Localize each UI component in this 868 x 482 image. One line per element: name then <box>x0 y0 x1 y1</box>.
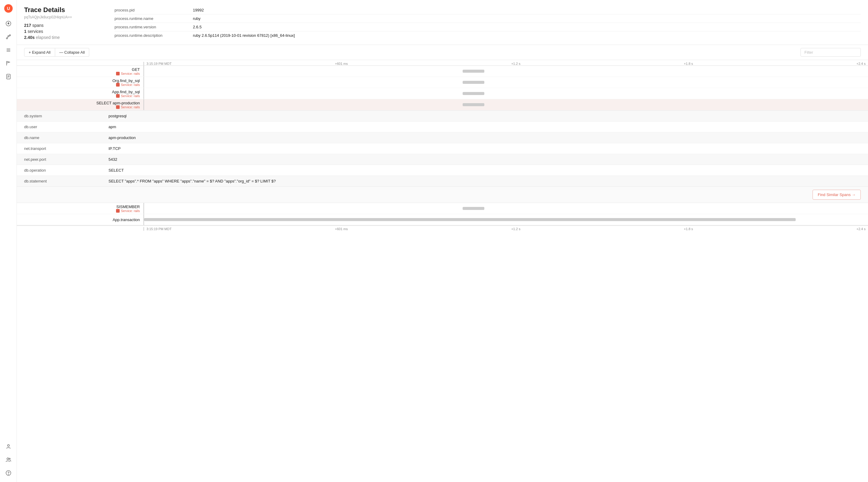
span-label-select: SELECT apm-production Service: rails <box>17 101 144 109</box>
elapsed-value: 2.40s <box>24 35 35 40</box>
span-name-app-find: App.find_by_sql <box>17 90 140 94</box>
trace-stats: 217 spans 1 services 2.40s elapsed time <box>24 23 102 40</box>
span-row-get[interactable]: GET Service: rails <box>17 66 868 77</box>
span-bar-app-transaction <box>144 218 796 221</box>
time-mark-0: 3:15:19 PM MDT <box>147 62 172 65</box>
attr-row-pid: process.pid 19992 <box>115 6 861 15</box>
bottom-time-mark-4: +2.4 s <box>857 227 866 231</box>
span-row-sismember[interactable]: SISMEMBER Service: rails <box>17 203 868 214</box>
main-content: Trace Details pqTsAQjnJk8ucp02HiqnUA== 2… <box>17 0 868 482</box>
timeline-area[interactable]: 3:15:19 PM MDT +601 ms +1.2 s +1.8 s +2.… <box>17 60 868 482</box>
header-section: Trace Details pqTsAQjnJk8ucp02HiqnUA== 2… <box>17 0 868 45</box>
span-bar-org-find <box>463 81 484 84</box>
service-icon-org-find <box>116 83 120 87</box>
time-mark-4: +2.4 s <box>857 62 866 65</box>
attr-row-runtime-version: process.runtime.version 2.6.5 <box>115 23 861 31</box>
svg-point-16 <box>7 445 9 446</box>
attr-key-runtime-name: process.runtime.name <box>115 16 193 21</box>
collapse-all-button[interactable]: — Collapse All <box>55 48 90 57</box>
trace-title: Trace Details <box>24 6 102 14</box>
service-icon-get <box>116 72 120 76</box>
span-name-get: GET <box>17 67 140 72</box>
bottom-time-mark-3: +1.8 s <box>684 227 693 231</box>
filter-input[interactable] <box>801 48 861 57</box>
trace-id: pqTsAQjnJk8ucp02HiqnUA== <box>24 15 102 19</box>
details-row-db-name: db.name apm-production <box>17 133 868 143</box>
sidebar: U <box>0 0 17 482</box>
service-icon-select <box>116 105 120 109</box>
svg-point-18 <box>9 458 10 459</box>
sidebar-item-dashboard[interactable] <box>3 18 14 29</box>
sidebar-item-user[interactable] <box>3 441 14 452</box>
span-service-label-sismember: Service: rails <box>121 209 140 212</box>
services-label: services <box>28 29 43 34</box>
sidebar-item-help[interactable] <box>3 467 14 478</box>
time-mark-2: +1.2 s <box>511 62 520 65</box>
details-key-net-transport: net.transport <box>24 146 108 151</box>
span-service-org-find: Service: rails <box>17 83 140 87</box>
bottom-ruler-inner: 3:15:19 PM MDT +601 ms +1.2 s +1.8 s +2.… <box>144 227 868 231</box>
span-name-select: SELECT apm-production <box>17 101 140 105</box>
span-bar-select <box>463 103 484 106</box>
span-row-org-find[interactable]: Org.find_by_sql Service: rails <box>17 77 868 88</box>
span-bar-app-find <box>463 92 484 95</box>
bottom-ruler: 3:15:19 PM MDT +601 ms +1.2 s +1.8 s +2.… <box>17 226 868 232</box>
span-row-app-transaction[interactable]: App.transaction <box>17 214 868 226</box>
details-val-db-statement: SELECT "apps".* FROM "apps" WHERE "apps"… <box>108 179 861 183</box>
span-label-get: GET Service: rails <box>17 67 144 76</box>
span-bar-area-org-find <box>144 77 868 88</box>
span-service-select: Service: rails <box>17 105 140 109</box>
attr-row-runtime-desc: process.runtime.description ruby 2.6.5p1… <box>115 31 861 39</box>
svg-point-4 <box>6 38 7 39</box>
filter-wrap <box>801 48 861 57</box>
details-val-db-user: apm <box>108 124 861 129</box>
attr-key-runtime-version: process.runtime.version <box>115 25 193 29</box>
svg-point-3 <box>8 23 9 24</box>
attr-val-runtime-desc: ruby 2.6.5p114 (2019-10-01 revision 6781… <box>193 33 295 38</box>
expand-all-button[interactable]: + Expand All <box>24 48 55 57</box>
details-table: db.system postgresql db.user apm db.name… <box>17 110 868 187</box>
header-attributes: process.pid 19992 process.runtime.name r… <box>115 6 861 40</box>
details-row-net-transport: net.transport IP.TCP <box>17 143 868 154</box>
sidebar-item-team[interactable] <box>3 454 14 465</box>
logo-icon[interactable]: U <box>4 4 13 13</box>
details-val-net-transport: IP.TCP <box>108 146 861 151</box>
elapsed-label: elapsed time <box>36 35 60 40</box>
svg-point-17 <box>7 458 9 460</box>
header-left: Trace Details pqTsAQjnJk8ucp02HiqnUA== 2… <box>24 6 102 40</box>
span-service-get: Service: rails <box>17 72 140 76</box>
services-stat: 1 services <box>24 29 102 34</box>
spans-stat: 217 spans <box>24 23 102 28</box>
details-key-db-system: db.system <box>24 114 108 118</box>
bottom-time-mark-1: +601 ms <box>335 227 348 231</box>
span-row-app-find[interactable]: App.find_by_sql Service: rails <box>17 88 868 99</box>
sidebar-item-document[interactable] <box>3 71 14 82</box>
span-service-sismember: Service: rails <box>17 209 140 212</box>
details-row-db-operation: db.operation SELECT <box>17 165 868 176</box>
span-bar-area-app-transaction <box>144 214 868 225</box>
sidebar-item-graph[interactable] <box>3 31 14 42</box>
sidebar-item-flag[interactable] <box>3 58 14 69</box>
time-mark-3: +1.8 s <box>684 62 693 65</box>
service-icon-sismember <box>116 209 120 212</box>
time-ruler: 3:15:19 PM MDT +601 ms +1.2 s +1.8 s +2.… <box>17 60 868 66</box>
attr-val-pid: 19992 <box>193 8 204 12</box>
span-service-label-select: Service: rails <box>121 105 140 109</box>
span-name-org-find: Org.find_by_sql <box>17 79 140 83</box>
details-key-db-user: db.user <box>24 124 108 129</box>
spans-label: spans <box>32 23 43 28</box>
bottom-ruler-spacer <box>17 227 144 231</box>
svg-point-20 <box>8 475 8 475</box>
bottom-time-mark-0: 3:15:19 PM MDT <box>147 227 172 231</box>
span-row-select[interactable]: SELECT apm-production Service: rails <box>17 99 868 110</box>
span-label-app-transaction: App.transaction <box>17 218 144 222</box>
details-row-db-system: db.system postgresql <box>17 111 868 121</box>
find-similar-button[interactable]: Find Similar Spans → <box>812 190 861 200</box>
span-bar-area-sismember <box>144 203 868 214</box>
sidebar-item-list[interactable] <box>3 45 14 56</box>
span-service-label-get: Service: rails <box>121 72 140 76</box>
details-val-net-peer-port: 5432 <box>108 157 861 162</box>
details-row-net-peer-port: net.peer.port 5432 <box>17 154 868 165</box>
details-row-db-user: db.user apm <box>17 121 868 133</box>
span-name-sismember: SISMEMBER <box>17 204 140 209</box>
